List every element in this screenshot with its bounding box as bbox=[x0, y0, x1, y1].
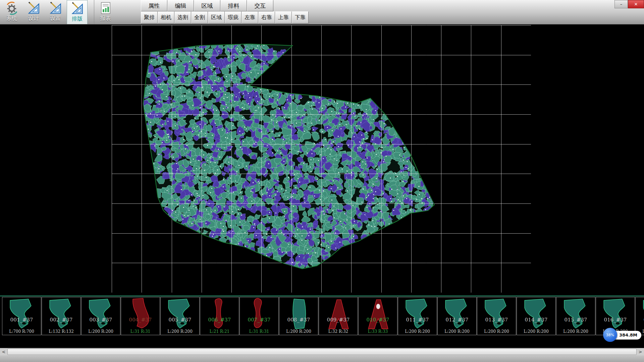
scroll-track[interactable] bbox=[7, 348, 637, 355]
app-button-3[interactable]: 设置 bbox=[45, 0, 66, 24]
thumbnail-piece-8[interactable]: 008_#37L:200 R:200 bbox=[279, 297, 318, 335]
piece-lr-count: L:200 R:200 bbox=[161, 329, 199, 334]
piece-thumbnail-strip: 001_#37L:700 R:700002_#37L:132 R:132003_… bbox=[0, 296, 644, 337]
menu-tab-5[interactable]: 交互 bbox=[247, 0, 273, 11]
thumbnail-piece-9[interactable]: 009_#37L:32 R:32 bbox=[319, 297, 358, 335]
window-bottom-frame bbox=[0, 355, 644, 362]
thumbnail-piece-3[interactable]: 003_#37L:200 R:200 bbox=[81, 297, 120, 335]
piece-lr-count: L:31 R:31 bbox=[240, 329, 278, 334]
menu-tab-3[interactable]: 区域 bbox=[194, 0, 220, 11]
tool-button-row: 聚排相机选割全割区域瑕疵左靠右靠上靠下靠 bbox=[141, 11, 309, 23]
piece-label: 003_#37 bbox=[82, 317, 120, 323]
thumbnail-piece-4[interactable]: 004_#37L:31 R:31 bbox=[121, 297, 160, 335]
piece-lr-count: L:200 R:200 bbox=[279, 329, 318, 334]
thumbnail-piece-1[interactable]: 001_#37L:700 R:700 bbox=[2, 297, 41, 335]
report-icon bbox=[99, 1, 113, 15]
app-label: 系统 bbox=[6, 15, 17, 22]
piece-lr-count: L:21 R:21 bbox=[200, 329, 239, 334]
thumbnail-piece-15[interactable]: 015_#37L:200 R:200 bbox=[556, 297, 595, 335]
app-button-2[interactable]: 设计 bbox=[23, 0, 44, 24]
scroll-thumb[interactable] bbox=[7, 349, 637, 355]
piece-shape bbox=[400, 298, 434, 331]
thumbnail-piece-2[interactable]: 002_#37L:132 R:132 bbox=[42, 297, 81, 335]
tool-button-4[interactable]: 全割 bbox=[191, 11, 208, 23]
tool-button-9[interactable]: 上靠 bbox=[275, 11, 292, 23]
thumbnail-piece-7[interactable]: 007_#37L:31 R:31 bbox=[239, 297, 279, 335]
piece-label: 004_#37 bbox=[121, 317, 160, 323]
tool-button-10[interactable]: 下靠 bbox=[292, 11, 309, 23]
app-label: 报表 bbox=[100, 15, 111, 22]
piece-shape bbox=[480, 298, 514, 331]
piece-lr-count: L:33 R:33 bbox=[359, 329, 397, 334]
piece-lr-count: L:132 R:132 bbox=[42, 329, 80, 334]
tool-button-6[interactable]: 瑕疵 bbox=[225, 11, 241, 23]
piece-shape bbox=[123, 298, 157, 331]
piece-lr-count: L:200 R:200 bbox=[398, 329, 437, 334]
piece-lr-count: L:700 R:700 bbox=[2, 329, 41, 334]
menu-tab-4[interactable]: 排料 bbox=[220, 0, 247, 11]
menu-tab-2[interactable]: 编辑 bbox=[167, 0, 194, 11]
piece-shape bbox=[321, 298, 355, 331]
app-button-1[interactable]: 系统 bbox=[1, 0, 22, 24]
progress-badge[interactable]: 38% bbox=[603, 328, 617, 342]
nesting-canvas[interactable] bbox=[112, 25, 531, 293]
piece-label: 008_#37 bbox=[279, 317, 318, 323]
horizontal-scrollbar[interactable]: < > bbox=[0, 348, 644, 355]
piece-shape bbox=[638, 298, 644, 331]
thumbnail-piece-5[interactable]: 005_#37L:200 R:200 bbox=[160, 297, 200, 335]
top-toolbar: 系统设计设置排版报表 属性编辑区域排料交互 聚排相机选割全割区域瑕疵左靠右靠上靠… bbox=[0, 0, 644, 24]
memory-status: 384.8M 38% bbox=[603, 328, 644, 343]
piece-shape bbox=[559, 298, 593, 331]
gear-icon bbox=[5, 1, 19, 15]
thumbnail-piece-10[interactable]: 010_#37L:33 R:33 bbox=[358, 297, 397, 335]
piece-shape bbox=[282, 298, 316, 331]
piece-label: 014_#37 bbox=[517, 317, 555, 323]
tool-button-2[interactable]: 相机 bbox=[158, 11, 174, 23]
thumbnail-piece-13[interactable]: 013_#37L:200 R:200 bbox=[477, 297, 516, 335]
tool-button-3[interactable]: 选割 bbox=[174, 11, 191, 23]
piece-label: 001_#37 bbox=[2, 317, 41, 323]
piece-label: 016_#37 bbox=[596, 317, 635, 323]
piece-label: 017_#37 bbox=[636, 317, 644, 323]
piece-label: 009_#37 bbox=[319, 317, 358, 323]
setsquare-icon bbox=[48, 1, 62, 15]
nesting-canvas-area[interactable] bbox=[0, 24, 644, 296]
piece-label: 005_#37 bbox=[161, 317, 199, 323]
piece-shape bbox=[84, 298, 118, 331]
piece-label: 011_#37 bbox=[398, 317, 437, 323]
piece-label: 007_#37 bbox=[240, 317, 278, 323]
piece-lr-count: L:200 R:200 bbox=[517, 329, 555, 334]
setsquare-icon bbox=[70, 1, 84, 15]
piece-shape bbox=[361, 298, 395, 331]
app-button-5[interactable]: 报表 bbox=[94, 0, 115, 24]
thumbnail-piece-14[interactable]: 014_#37L:200 R:200 bbox=[517, 297, 556, 335]
piece-label: 012_#37 bbox=[438, 317, 476, 323]
app-button-4[interactable]: 排版 bbox=[67, 0, 88, 24]
scroll-left-arrow[interactable]: < bbox=[0, 348, 7, 355]
piece-shape bbox=[598, 298, 632, 331]
setsquare-icon bbox=[26, 1, 41, 15]
thumbnail-piece-11[interactable]: 011_#37L:200 R:200 bbox=[398, 297, 437, 335]
tool-button-8[interactable]: 右靠 bbox=[258, 11, 275, 23]
thumbnail-piece-12[interactable]: 012_#37L:200 R:200 bbox=[437, 297, 477, 335]
tool-button-7[interactable]: 左靠 bbox=[241, 11, 258, 23]
window-controls: – ✕ bbox=[614, 0, 644, 8]
piece-lr-count: L:200 R:200 bbox=[82, 329, 120, 334]
piece-lr-count: L:200 R:200 bbox=[556, 329, 595, 334]
menu-tab-1[interactable]: 属性 bbox=[141, 0, 167, 11]
minimize-button[interactable]: – bbox=[614, 0, 628, 8]
close-button[interactable]: ✕ bbox=[628, 0, 644, 8]
app-label: 设计 bbox=[28, 15, 39, 22]
piece-shape bbox=[242, 298, 276, 331]
piece-lr-count: L:200 R:200 bbox=[477, 329, 516, 334]
thumbnail-piece-6[interactable]: 006_#37L:21 R:21 bbox=[200, 297, 239, 335]
piece-lr-count: L:31 R:31 bbox=[121, 329, 160, 334]
piece-shape bbox=[203, 298, 236, 331]
piece-label: 002_#37 bbox=[42, 317, 80, 323]
tool-button-5[interactable]: 区域 bbox=[208, 11, 225, 23]
app-label: 设置 bbox=[50, 15, 61, 22]
scroll-right-arrow[interactable]: > bbox=[637, 348, 644, 355]
menu-area: 属性编辑区域排料交互 聚排相机选割全割区域瑕疵左靠右靠上靠下靠 bbox=[141, 0, 309, 23]
tool-button-1[interactable]: 聚排 bbox=[141, 11, 158, 23]
piece-shape bbox=[519, 298, 553, 331]
